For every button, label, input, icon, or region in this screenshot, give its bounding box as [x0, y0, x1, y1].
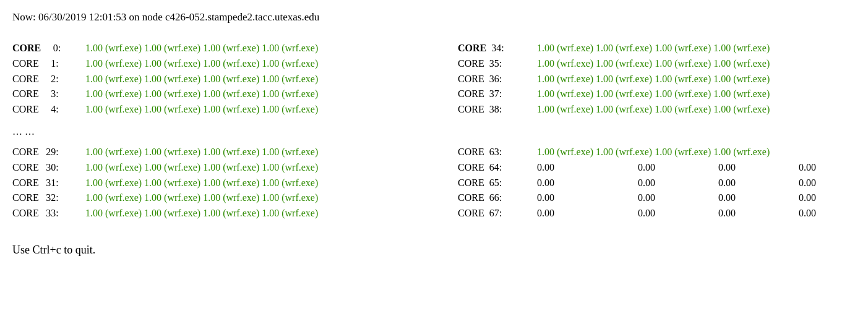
list-item: CORE 32: 1.00 (wrf.exe) 1.00 (wrf.exe) 1…	[12, 190, 433, 206]
list-item: CORE 34: 1.00 (wrf.exe) 1.00 (wrf.exe) 1…	[458, 41, 856, 56]
list-item: CORE 63: 1.00 (wrf.exe) 1.00 (wrf.exe) 1…	[458, 145, 856, 160]
timestamp-line: Now: 06/30/2019 12:01:53 on node c426-05…	[12, 11, 856, 23]
list-item: CORE 0: 1.00 (wrf.exe) 1.00 (wrf.exe) 1.…	[12, 41, 433, 56]
list-item: CORE 66: 0.00 0.00 0.00 0.00	[458, 190, 856, 206]
list-item: CORE 36: 1.00 (wrf.exe) 1.00 (wrf.exe) 1…	[458, 72, 856, 87]
content-area: CORE 0: 1.00 (wrf.exe) 1.00 (wrf.exe) 1.…	[12, 41, 856, 230]
list-item: CORE 1: 1.00 (wrf.exe) 1.00 (wrf.exe) 1.…	[12, 56, 433, 72]
list-item: CORE 2: 1.00 (wrf.exe) 1.00 (wrf.exe) 1.…	[12, 72, 433, 87]
list-item: CORE 30: 1.00 (wrf.exe) 1.00 (wrf.exe) 1…	[12, 160, 433, 176]
list-item: CORE 64: 0.00 0.00 0.00 0.00	[458, 160, 856, 176]
right-top-group: CORE 34: 1.00 (wrf.exe) 1.00 (wrf.exe) 1…	[458, 41, 856, 117]
right-bottom-group: CORE 63: 1.00 (wrf.exe) 1.00 (wrf.exe) 1…	[458, 145, 856, 221]
list-item: CORE 4: 1.00 (wrf.exe) 1.00 (wrf.exe) 1.…	[12, 102, 433, 117]
left-bottom-group: CORE 29: 1.00 (wrf.exe) 1.00 (wrf.exe) 1…	[12, 145, 433, 221]
list-item: CORE 38: 1.00 (wrf.exe) 1.00 (wrf.exe) 1…	[458, 102, 856, 117]
ellipsis: … …	[12, 126, 433, 137]
left-top-group: CORE 0: 1.00 (wrf.exe) 1.00 (wrf.exe) 1.…	[12, 41, 433, 117]
list-item: CORE 67: 0.00 0.00 0.00 0.00	[458, 206, 856, 221]
right-column: CORE 34: 1.00 (wrf.exe) 1.00 (wrf.exe) 1…	[458, 41, 856, 230]
list-item: CORE 29: 1.00 (wrf.exe) 1.00 (wrf.exe) 1…	[12, 145, 433, 160]
list-item: CORE 3: 1.00 (wrf.exe) 1.00 (wrf.exe) 1.…	[12, 87, 433, 102]
list-item: CORE 31: 1.00 (wrf.exe) 1.00 (wrf.exe) 1…	[12, 176, 433, 191]
list-item: CORE 37: 1.00 (wrf.exe) 1.00 (wrf.exe) 1…	[458, 87, 856, 102]
list-item: CORE 65: 0.00 0.00 0.00 0.00	[458, 176, 856, 191]
list-item: CORE 35: 1.00 (wrf.exe) 1.00 (wrf.exe) 1…	[458, 56, 856, 72]
left-column: CORE 0: 1.00 (wrf.exe) 1.00 (wrf.exe) 1.…	[12, 41, 433, 230]
list-item: CORE 33: 1.00 (wrf.exe) 1.00 (wrf.exe) 1…	[12, 206, 433, 221]
quit-text: Use Ctrl+c to quit.	[12, 244, 856, 257]
